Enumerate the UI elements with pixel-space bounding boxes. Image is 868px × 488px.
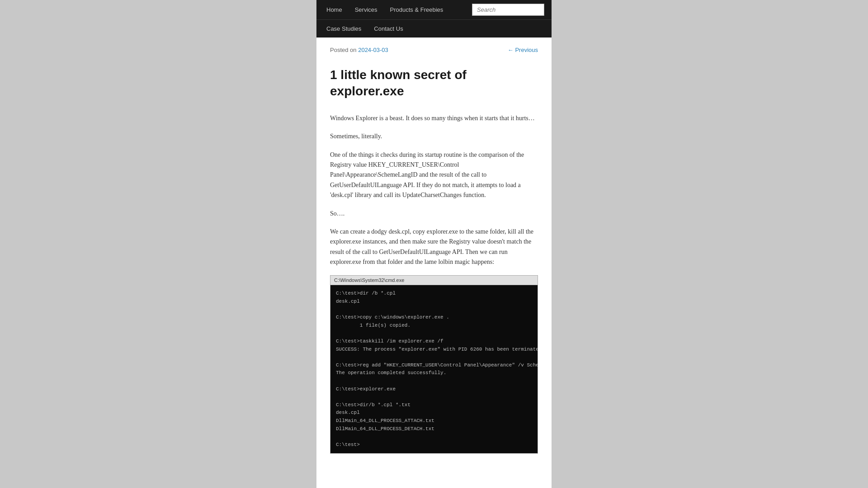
site-nav: Home Services Products & Freebies Case S… bbox=[316, 0, 552, 38]
search-wrap bbox=[468, 0, 548, 19]
search-input[interactable] bbox=[472, 4, 544, 16]
nav-products-freebies[interactable]: Products & Freebies bbox=[384, 1, 450, 19]
cmd-body: C:\test>dir /b *.cpl desk.cpl C:\test>co… bbox=[330, 285, 538, 453]
cmd-screenshot: C:\Windows\System32\cmd.exe C:\test>dir … bbox=[330, 275, 538, 454]
post-body: Windows Explorer is a beast. It does so … bbox=[330, 113, 538, 267]
nav-services[interactable]: Services bbox=[349, 1, 384, 19]
nav-home[interactable]: Home bbox=[320, 1, 349, 19]
post-para-3: One of the things it checks during its s… bbox=[330, 150, 538, 201]
post-para-5: We can create a dodgy desk.cpl, copy exp… bbox=[330, 227, 538, 267]
post-para-2: Sometimes, literally. bbox=[330, 131, 538, 141]
post-para-4: So…. bbox=[330, 209, 538, 219]
nav-case-studies[interactable]: Case Studies bbox=[320, 20, 368, 38]
post-para-1: Windows Explorer is a beast. It does so … bbox=[330, 113, 538, 123]
post-date-link[interactable]: 2024-03-03 bbox=[358, 47, 388, 53]
meta-bar: Posted on 2024-03-03 ← Previous bbox=[330, 47, 538, 53]
post-title: 1 little known secret of explorer.exe bbox=[330, 67, 538, 100]
previous-link[interactable]: ← Previous bbox=[508, 47, 538, 53]
posted-on-label: Posted on 2024-03-03 bbox=[330, 47, 388, 53]
posted-on-text: Posted on bbox=[330, 47, 357, 53]
nav-contact-us[interactable]: Contact Us bbox=[368, 20, 409, 38]
content-area: Posted on 2024-03-03 ← Previous 1 little… bbox=[316, 38, 552, 472]
cmd-titlebar: C:\Windows\System32\cmd.exe bbox=[330, 276, 538, 285]
